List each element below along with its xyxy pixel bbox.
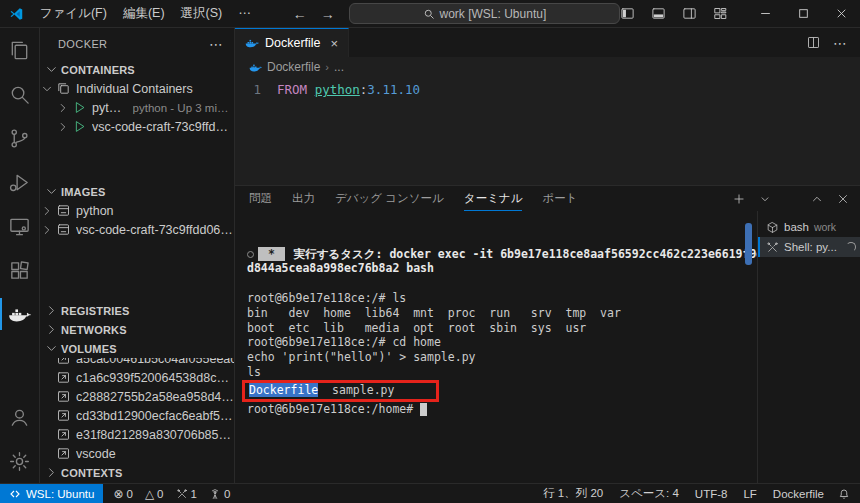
command-decoration-icon	[247, 251, 254, 258]
radio-tower-icon	[209, 488, 221, 500]
sidebar-more-actions-button[interactable]: ⋯	[209, 36, 224, 52]
menu-item-1[interactable]: 編集(E)	[115, 2, 173, 25]
panel-tab-3[interactable]: ターミナル	[464, 186, 523, 211]
activity-docker-icon[interactable]	[0, 292, 39, 336]
panel-tab-2[interactable]: デバッグ コンソール	[335, 186, 444, 211]
minimize-button[interactable]	[746, 0, 784, 28]
status-error-icon[interactable]: ⊗ 0	[107, 487, 138, 501]
status-radio-tower-icon[interactable]: 0	[203, 488, 236, 500]
terminal-dropdown-icon[interactable]	[758, 192, 772, 206]
layout-customize-icon[interactable]	[713, 6, 728, 21]
nav-back-button[interactable]: ←	[293, 6, 307, 22]
tree-row[interactable]: Individual Containers	[40, 79, 234, 98]
tree-row[interactable]: python	[40, 201, 234, 220]
terminal-list-item-0[interactable]: bash work	[758, 217, 860, 237]
activity-extensions-icon[interactable]	[0, 248, 39, 292]
terminal-line: root@6b9e17e118ce:/# cd home	[247, 335, 757, 350]
layout-sidebar-right-icon[interactable]	[682, 6, 697, 21]
account-icon	[8, 406, 31, 429]
section-networks[interactable]: NETWORKS	[40, 320, 234, 339]
close-window-button[interactable]	[822, 0, 860, 28]
activity-source-control-icon[interactable]	[0, 116, 39, 160]
chevron-right-icon	[44, 465, 59, 480]
breadcrumb[interactable]: Dockerfile › ...	[235, 57, 860, 77]
activity-remote-explorer-icon[interactable]	[0, 204, 39, 248]
tree-row[interactable]: a5cac00461b5c04af055eeacc0e...	[40, 358, 234, 368]
add-terminal-icon[interactable]	[732, 192, 746, 206]
tree-row[interactable]: vsc-code-craft-73c9ffdd06d...	[40, 220, 234, 239]
sidebar-title: DOCKER	[58, 38, 107, 50]
breadcrumb-separator: ›	[325, 61, 329, 73]
container-group-icon	[56, 81, 71, 96]
status-right-item-4[interactable]: Dockerfile	[765, 488, 832, 500]
menu-item-2[interactable]: 選択(S)	[173, 2, 231, 25]
maximize-panel-icon[interactable]	[810, 192, 824, 206]
nav-forward-button[interactable]: →	[321, 6, 335, 22]
error-icon: ⊗	[113, 487, 123, 501]
tree-row[interactable]: vscode	[40, 444, 234, 463]
panel-tab-0[interactable]: 問題	[249, 186, 272, 211]
search-icon	[8, 83, 31, 106]
panel-tab-1[interactable]: 出力	[292, 186, 315, 211]
activity-explorer-icon[interactable]	[0, 28, 39, 72]
section-registries[interactable]: REGISTRIES	[40, 301, 234, 320]
activity-search-icon[interactable]	[0, 72, 39, 116]
section-contexts[interactable]: CONTEXTS	[40, 463, 234, 482]
title-bar: ファイル(F)編集(E)選択(S)⋯ ← → work [WSL: Ubuntu…	[0, 0, 860, 28]
tree-row[interactable]: c1a6c939f520064538d8c03a67...	[40, 368, 234, 387]
section-containers[interactable]: CONTAINERS	[40, 60, 234, 79]
section-images[interactable]: IMAGES	[40, 182, 234, 201]
volume-icon	[56, 446, 71, 461]
status-right-item-2[interactable]: UTF-8	[687, 488, 736, 500]
status-tools-icon[interactable]: 1	[170, 488, 203, 500]
code-editor[interactable]: 1 FROM python:3.11.10	[235, 77, 860, 185]
terminal-text: echo 'print("hello")' > sample.py	[247, 350, 475, 364]
tab-close-icon[interactable]: ×	[331, 36, 339, 51]
status-right-item-3[interactable]: LF	[735, 488, 764, 500]
close-panel-icon[interactable]	[836, 192, 850, 206]
docker-file-icon	[245, 36, 259, 50]
tree-row[interactable]: cd33bd12900ecfac6eabf517a10...	[40, 406, 234, 425]
terminal[interactable]: * 実行するタスク: docker exec -it 6b9e17e118ce8…	[235, 211, 757, 483]
menu-item-0[interactable]: ファイル(F)	[32, 2, 115, 25]
tree-row[interactable]: vsc-code-craft-73c9ffdd06...	[40, 117, 234, 136]
remote-indicator[interactable]: WSL: Ubuntu	[0, 484, 103, 503]
more-actions-icon[interactable]	[784, 192, 798, 206]
command-center-search[interactable]: work [WSL: Ubuntu]	[349, 3, 620, 24]
status-bar: WSL: Ubuntu ⊗ 0 △ 0 1 0 行 1、列 20スペース: 4U…	[0, 483, 860, 503]
terminal-line: Dockerfile sample.py	[247, 380, 757, 402]
tree-row[interactable]: pythonpython - Up 3 minut...	[40, 98, 234, 117]
tab-dockerfile[interactable]: Dockerfile ×	[235, 28, 349, 57]
explorer-icon	[8, 39, 31, 62]
docker-sidebar: DOCKER ⋯ CONTAINERSIndividual Containers…	[40, 28, 235, 483]
activity-account-icon[interactable]	[0, 395, 39, 439]
volume-icon	[56, 370, 71, 385]
layout-sidebar-left-icon[interactable]	[620, 6, 635, 21]
chevron-right-icon	[56, 120, 70, 134]
terminal-list-item-1[interactable]: Shell: py...	[758, 237, 860, 257]
menu-item-3[interactable]: ⋯	[230, 2, 259, 25]
terminal-text: d844a5cea8a998ec76b8a2 bash	[247, 261, 434, 275]
status-right-item-0[interactable]: 行 1、列 20	[535, 486, 611, 501]
panel-tab-4[interactable]: ポート	[542, 186, 577, 211]
terminal-text: Dockerfile	[249, 383, 318, 397]
status-right-item-1[interactable]: スペース: 4	[611, 486, 687, 501]
editor-more-actions-icon[interactable]: ⋯	[833, 35, 848, 51]
status-right-items: 行 1、列 20スペース: 4UTF-8LFDockerfile	[535, 486, 832, 501]
layout-panel-icon[interactable]	[651, 6, 666, 21]
status-warning-icon[interactable]: △ 0	[139, 487, 170, 501]
remote-icon	[9, 488, 21, 500]
maximize-button[interactable]	[784, 0, 822, 28]
notifications-bell-icon[interactable]	[832, 488, 860, 500]
tree-row[interactable]: c28882755b2a58ea958d418ed9...	[40, 387, 234, 406]
terminal-scrollbar-mark[interactable]	[745, 223, 752, 265]
panel-tab-bar: 問題出力デバッグ コンソールターミナルポート	[235, 186, 860, 211]
section-volumes[interactable]: VOLUMES	[40, 339, 234, 358]
volume-icon	[56, 408, 71, 423]
tree-row[interactable]: e31f8d21289a830706b85df07c...	[40, 425, 234, 444]
activity-run-debug-icon[interactable]	[0, 160, 39, 204]
editor-tab-bar: Dockerfile × ⋯	[235, 28, 860, 57]
split-editor-icon[interactable]	[806, 35, 821, 50]
image-icon	[56, 203, 71, 218]
activity-settings-gear-icon[interactable]	[0, 439, 39, 483]
